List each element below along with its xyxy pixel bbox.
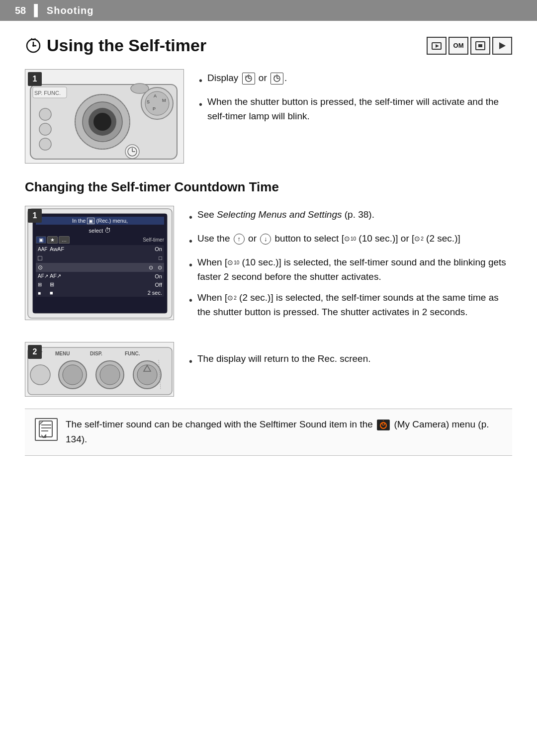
bullet-dot-return: • xyxy=(189,354,192,369)
header-bar: 58 ▌ Shooting xyxy=(0,0,537,21)
svg-marker-8 xyxy=(436,44,439,48)
svg-text:SP. FUNC.: SP. FUNC. xyxy=(34,90,61,96)
camera-top-diagram: A M P S SP. FUNC. xyxy=(25,69,184,164)
camera-top-svg: A M P S SP. FUNC. xyxy=(25,70,184,164)
svg-point-53 xyxy=(63,365,83,385)
timer2-bracket: ⊙2 xyxy=(414,234,424,244)
step1b-badge: 1 xyxy=(28,209,42,223)
bullet-dot-see: • xyxy=(189,210,192,225)
bullet-dot-2: • xyxy=(199,97,202,112)
bullet-10sec: • When [⊙10 (10 sec.)] is selected, the … xyxy=(189,255,512,284)
menu-row-sec: ■ ■ 2 sec. xyxy=(36,289,164,297)
row-grid-value: Off xyxy=(155,282,162,288)
rec-icon-inline: ▣ xyxy=(87,218,94,224)
step1-section: 1 A M P S xyxy=(25,69,512,164)
step2-section: 2 SET MENU DISP. FUNC. xyxy=(25,342,512,397)
bullet-dot-1: • xyxy=(199,73,202,88)
svg-point-26 xyxy=(39,108,51,120)
bullet-dot-2sec: • xyxy=(189,293,192,308)
menu-row-2: □ □ xyxy=(36,253,164,263)
step2-bullet: • The display will return to the Rec. sc… xyxy=(189,342,512,376)
bullet-shutter-text: When the shutter button is pressed, the … xyxy=(207,95,512,123)
sub-section-title-text: Changing the Self-timer Countdown Time xyxy=(25,179,279,194)
svg-point-57 xyxy=(137,365,157,385)
row-sec-value: 2 sec. xyxy=(148,290,162,296)
row-awaf-label: AwAF xyxy=(50,246,152,252)
menu-row-grid: ⊞ ⊞ Off xyxy=(36,280,164,289)
svg-text:•: • xyxy=(381,425,382,428)
s2-icon: 2 xyxy=(270,73,283,84)
mode-icon-playback xyxy=(492,37,512,55)
timer10-bracket: ⊙10 xyxy=(344,234,356,244)
svg-text:P: P xyxy=(153,106,156,111)
svg-text:M: M xyxy=(162,98,166,103)
mode-icon-record xyxy=(427,37,447,55)
menu-select-label: select xyxy=(89,228,105,234)
row-awaf-icon: AAF xyxy=(38,247,47,252)
menu-row-af: AF↗ AF↗ On xyxy=(36,272,164,280)
step1-bullets: • Display 10 or 2 . • When the shutter b… xyxy=(199,69,512,130)
svg-text:A: A xyxy=(154,93,157,98)
row-af-value: On xyxy=(155,273,162,279)
menu-tab-2: ★ xyxy=(47,236,58,244)
camera-buttons-svg: SET MENU DISP. FUNC. xyxy=(25,342,174,397)
cio-icon: 10 xyxy=(242,73,255,84)
svg-point-4 xyxy=(32,45,34,47)
page-title-row: Using the Self-timer OM xyxy=(25,36,512,55)
menu-row-timer: ⊙ ⊙ ⊙ xyxy=(36,263,164,272)
svg-marker-64 xyxy=(39,421,43,425)
bullet-2sec: • When [⊙2 (2 sec.)] is selected, the se… xyxy=(189,291,512,319)
mode-icon-easy xyxy=(470,37,490,55)
note-box: The self-timer sound can be changed with… xyxy=(25,409,512,456)
bullet-2sec-text: When [⊙2 (2 sec.)] is selected, the self… xyxy=(197,291,512,319)
svg-point-27 xyxy=(39,123,51,135)
row-2-icon: □ xyxy=(38,254,47,262)
note-text: The self-timer sound can be changed with… xyxy=(66,417,502,447)
header-divider: ▌ xyxy=(34,4,42,17)
bullet-shutter: • When the shutter button is pressed, th… xyxy=(199,95,512,123)
bullet-10sec-text: When [⊙10 (10 sec.)] is selected, the se… xyxy=(197,255,512,284)
step1b-bullets: • See Selecting Menus and Settings (p. 3… xyxy=(189,206,512,326)
svg-rect-10 xyxy=(478,44,482,47)
svg-marker-11 xyxy=(499,42,506,49)
step2-badge: 2 xyxy=(28,345,42,359)
bullet-display-text: Display 10 or 2 . xyxy=(207,71,287,85)
down-button-icon: ↓ xyxy=(260,234,271,245)
menu-tab-1: ▣ xyxy=(36,236,46,244)
svg-point-16 xyxy=(93,113,111,131)
mode-icons-container: OM xyxy=(427,37,512,55)
bullet-dot-10sec: • xyxy=(189,257,192,272)
my-camera-icon: • xyxy=(377,420,390,430)
bullet-display-return: • The display will return to the Rec. sc… xyxy=(189,352,512,369)
mode-icon-movie: OM xyxy=(448,37,468,55)
svg-point-68 xyxy=(382,422,385,425)
row-grid-label: ⊞ xyxy=(50,281,152,288)
svg-point-51 xyxy=(30,365,50,385)
page-title: Using the Self-timer xyxy=(25,36,206,55)
menu-title-label: Self-timer xyxy=(71,236,164,244)
menu-rec-label: (Rec.) menu, xyxy=(96,218,128,224)
italic-ref: Selecting Menus and Settings xyxy=(217,209,342,220)
svg-text:DISP.: DISP. xyxy=(90,351,102,356)
row-timer-value: ⊙ ⊙ xyxy=(149,264,162,271)
self-timer-title-icon xyxy=(25,37,42,54)
bullet-see-selecting: • See Selecting Menus and Settings (p. 3… xyxy=(189,208,512,225)
step1b-section: 1 In the ▣ (Rec.) menu, xyxy=(25,206,512,326)
timer10-when: ⊙10 xyxy=(227,257,239,268)
row-sec-label: ■ xyxy=(50,290,145,296)
sub-section-title: Changing the Self-timer Countdown Time xyxy=(25,179,512,195)
menu-instruction-text: In the xyxy=(72,218,88,224)
svg-text:S: S xyxy=(147,99,150,104)
svg-text:MENU: MENU xyxy=(55,351,70,356)
header-section-title: Shooting xyxy=(47,5,94,16)
svg-point-23 xyxy=(131,84,149,93)
note-memo-svg xyxy=(37,420,55,439)
bullet-dot-use: • xyxy=(189,234,192,249)
bullet-return-text: The display will return to the Rec. scre… xyxy=(197,352,371,366)
bullet-see-text: See Selecting Menus and Settings (p. 38)… xyxy=(197,208,374,222)
bullet-display: • Display 10 or 2 . xyxy=(199,71,512,88)
menu-tab-3: … xyxy=(59,236,70,244)
main-content: Using the Self-timer OM 1 xyxy=(0,21,537,476)
step1-camera-image: 1 A M P S xyxy=(25,69,184,164)
bullet-use-button: • Use the ↑ or ↓ button to select [⊙10 (… xyxy=(189,232,512,249)
